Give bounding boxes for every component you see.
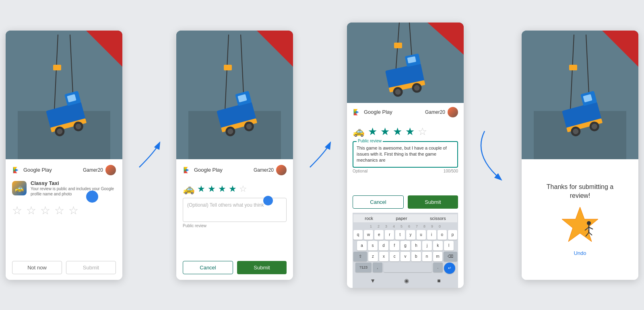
key-c[interactable]: c — [390, 252, 399, 261]
nav-recent[interactable]: ■ — [437, 277, 440, 284]
key-123[interactable]: ?123 — [355, 263, 372, 272]
kbd-num-9: 9 — [431, 224, 433, 228]
arrow-1 — [135, 135, 163, 175]
key-enter[interactable]: ↵ — [444, 263, 455, 274]
arrow-svg-1 — [135, 135, 163, 175]
review-text-3[interactable]: This game is awesome, but I have a coupl… — [357, 145, 454, 164]
star-3-2[interactable]: ★ — [380, 125, 390, 138]
screen-3: Google Play Gamer20 🚕 ★ ★ ★ ★ ☆ Public r… — [347, 23, 464, 288]
key-i[interactable]: i — [427, 230, 436, 240]
key-backspace[interactable]: ⌫ — [444, 252, 457, 261]
key-g[interactable]: g — [400, 241, 410, 250]
suggest-paper: paper — [396, 216, 407, 221]
suggest-rock: rock — [365, 216, 373, 221]
svg-rect-46 — [569, 65, 577, 70]
key-l[interactable]: l — [444, 241, 454, 250]
avatar-3 — [448, 107, 458, 117]
svg-line-59 — [589, 227, 593, 229]
review-placeholder-2: (Optional) Tell others what you think — [187, 202, 264, 208]
key-u[interactable]: u — [417, 230, 426, 240]
stars-row-3[interactable]: 🚕 ★ ★ ★ ★ ☆ — [353, 125, 458, 138]
kbd-numbers-3: 1 2 3 4 5 6 7 8 9 0 — [353, 224, 457, 229]
key-q[interactable]: q — [353, 230, 363, 240]
star-1-4[interactable]: ☆ — [54, 204, 64, 217]
key-o[interactable]: o — [438, 230, 447, 240]
username-3: Gamer20 — [425, 109, 445, 115]
kbd-num-7: 7 — [416, 224, 418, 228]
star-2-1[interactable]: ★ — [197, 184, 205, 194]
cancel-button-3[interactable]: Cancel — [353, 195, 404, 209]
submit-button-3[interactable]: Submit — [408, 195, 458, 209]
key-f[interactable]: f — [390, 241, 399, 250]
key-e[interactable]: e — [374, 230, 384, 240]
key-w[interactable]: w — [364, 230, 373, 240]
svg-marker-55 — [562, 207, 598, 242]
key-a[interactable]: a — [357, 241, 367, 250]
kbd-num-6: 6 — [408, 224, 410, 228]
game-banner-2 — [176, 31, 293, 159]
nav-back[interactable]: ▼ — [370, 277, 376, 284]
key-j[interactable]: j — [422, 241, 432, 250]
kbd-num-2: 2 — [378, 224, 380, 228]
star-1-5[interactable]: ☆ — [68, 204, 78, 217]
kbd-num-8: 8 — [423, 224, 425, 228]
star-1-3[interactable]: ☆ — [40, 204, 50, 217]
key-b[interactable]: b — [411, 252, 421, 261]
submit-button-2[interactable]: Submit — [237, 261, 287, 274]
star-2-3[interactable]: ★ — [218, 184, 226, 194]
undo-link[interactable]: Undo — [574, 250, 586, 256]
star-2-5[interactable]: ☆ — [239, 184, 247, 194]
star-3-5[interactable]: ☆ — [418, 125, 427, 138]
review-meta-3: Optional 100/500 — [353, 169, 458, 173]
key-period[interactable]: . — [433, 263, 443, 272]
key-r[interactable]: r — [385, 230, 394, 240]
avatar-2 — [276, 165, 287, 175]
key-x[interactable]: x — [379, 252, 389, 261]
game-banner-4 — [522, 31, 638, 159]
key-d[interactable]: d — [379, 241, 388, 250]
kbd-row1: q w e r t y u i o p — [353, 230, 457, 240]
gplay-icon-3 — [353, 108, 361, 117]
kbd-num-0: 0 — [439, 224, 441, 228]
submit-button-1[interactable]: Submit — [66, 261, 116, 274]
nav-home[interactable]: ◉ — [404, 277, 409, 284]
star-2-4[interactable]: ★ — [229, 184, 237, 194]
arrow-3 — [477, 127, 509, 183]
game-banner-1 — [6, 31, 122, 159]
star-1-1[interactable]: ☆ — [12, 204, 22, 217]
avatar-1 — [105, 165, 116, 175]
gplay-logo-1: Google Play — [12, 166, 52, 175]
key-z[interactable]: z — [368, 252, 378, 261]
key-h[interactable]: h — [411, 241, 421, 250]
star-svg — [560, 205, 600, 245]
user-info-1: Gamer20 — [83, 165, 116, 175]
key-y[interactable]: y — [406, 230, 415, 240]
not-now-button[interactable]: Not now — [12, 261, 62, 274]
key-v[interactable]: v — [400, 252, 410, 261]
arrow-svg-2 — [306, 135, 334, 175]
key-k[interactable]: k — [433, 241, 443, 250]
circle-indicator-2 — [263, 196, 273, 205]
game-scene-3 — [347, 23, 464, 103]
star-1-2[interactable]: ☆ — [26, 204, 36, 217]
key-t[interactable]: t — [395, 230, 405, 240]
user-info-2: Gamer20 — [254, 165, 287, 175]
stars-row-1[interactable]: ☆ ☆ ☆ ☆ ☆ — [12, 204, 116, 217]
key-s[interactable]: s — [368, 241, 378, 250]
thanks-content: Thanks for submitting a review! — [528, 165, 632, 274]
key-n[interactable]: n — [422, 252, 432, 261]
star-3-3[interactable]: ★ — [393, 125, 402, 138]
key-m[interactable]: m — [433, 252, 443, 261]
key-shift[interactable]: ⇧ — [353, 252, 367, 261]
star-2-2[interactable]: ★ — [208, 184, 216, 194]
kbd-num-3: 3 — [385, 224, 387, 228]
star-3-4[interactable]: ★ — [405, 125, 415, 138]
screen-2: Google Play Gamer20 🚕 ★ ★ ★ ★ ☆ (Optiona… — [176, 31, 293, 280]
bottom-panel-1: Google Play Gamer20 🚕 Classy Taxi Your r… — [6, 159, 122, 280]
key-comma[interactable]: , — [373, 263, 382, 272]
cancel-button-2[interactable]: Cancel — [183, 261, 233, 274]
star-3-1[interactable]: ★ — [368, 125, 377, 138]
stars-row-2[interactable]: 🚕 ★ ★ ★ ★ ☆ — [183, 183, 287, 195]
key-p[interactable]: p — [448, 230, 457, 240]
key-space[interactable] — [384, 263, 432, 272]
